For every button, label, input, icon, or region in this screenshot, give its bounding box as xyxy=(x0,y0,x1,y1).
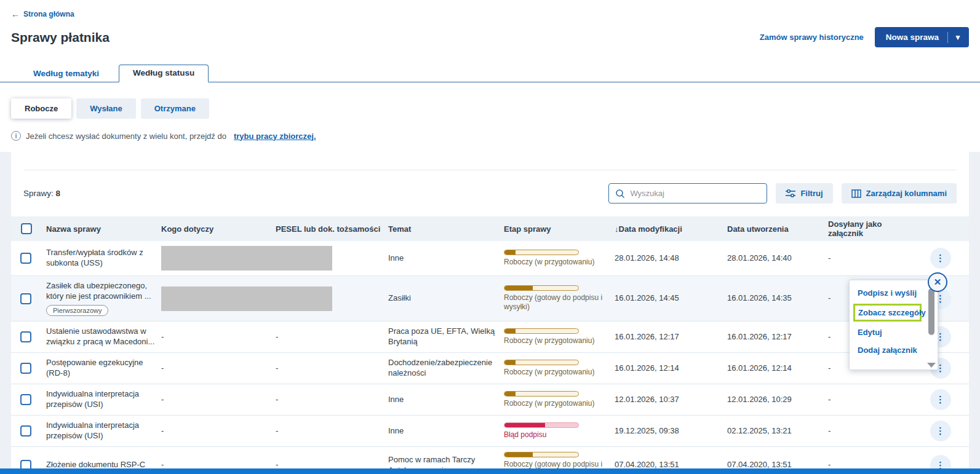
created-date: 12.01.2026, 10:29 xyxy=(727,390,828,410)
info-text: Jeżeli chcesz wysłać dokumenty z wielu k… xyxy=(26,132,226,141)
context-menu-item-0[interactable]: Podpisz i wyślij xyxy=(858,288,922,298)
scroll-down-arrow-icon[interactable] xyxy=(927,363,936,368)
bottom-scroll-bar[interactable] xyxy=(0,468,980,474)
card-top-divider xyxy=(23,152,957,170)
column-header-4[interactable]: Etap sprawy xyxy=(504,224,615,234)
column-header-5[interactable]: ↓Data modyfikacji xyxy=(615,224,727,234)
pesel-value: - xyxy=(276,332,278,341)
row-menu-button[interactable]: ⋮ xyxy=(930,248,951,269)
pesel-cell xyxy=(276,253,388,263)
kogo-dotyczy-value: - xyxy=(161,426,164,435)
context-menu-item-3[interactable]: Dodaj załącznik xyxy=(858,346,922,355)
status-filter-2[interactable]: Otrzymane xyxy=(141,98,209,119)
case-name: Zasiłek dla ubezpieczonego, który nie je… xyxy=(46,281,151,301)
kogo-dotyczy-cell: - xyxy=(161,390,276,410)
row-checkbox[interactable] xyxy=(20,253,31,264)
created-date: 16.01.2026, 14:35 xyxy=(727,288,828,309)
context-menu-item-2[interactable]: Edytuj xyxy=(858,328,922,337)
row-checkbox[interactable] xyxy=(20,293,31,304)
status-filter-0[interactable]: Robocze xyxy=(11,98,71,119)
search-input[interactable] xyxy=(630,189,760,198)
attachment-value: - xyxy=(828,390,918,410)
kogo-dotyczy-cell: - xyxy=(161,327,276,347)
context-menu-close-button[interactable]: ✕ xyxy=(928,272,947,292)
tab-1[interactable]: Według statusu xyxy=(119,65,209,82)
table-row[interactable]: Ustalenie ustawodawstwa w związku z prac… xyxy=(11,321,969,352)
case-name: Indywidualna interpretacja przepisów (US… xyxy=(46,421,139,440)
case-name: Złożenie dokumentu RSP-C xyxy=(46,460,145,469)
etap-label: Błąd podpisu xyxy=(504,430,608,440)
column-header-1[interactable]: Kogo dotyczy xyxy=(161,224,276,234)
chevron-down-icon[interactable]: ▼ xyxy=(948,33,969,42)
temat-cell: Dochodzenie/zabezpieczenie należności xyxy=(388,353,504,384)
column-header-3[interactable]: Temat xyxy=(388,224,504,234)
modified-date: 16.01.2026, 14:45 xyxy=(615,288,727,309)
new-case-button[interactable]: Nowa sprawa ▼ xyxy=(875,27,969,47)
attachment-value: - xyxy=(828,421,918,441)
breadcrumb[interactable]: ← Strona główna xyxy=(11,9,74,19)
back-arrow-icon: ← xyxy=(11,9,20,19)
attachment-value: - xyxy=(828,248,918,269)
page-title: Sprawy płatnika xyxy=(11,30,110,45)
manage-columns-label: Zarządzaj kolumnami xyxy=(866,189,947,198)
cases-count-value: 8 xyxy=(56,189,61,198)
table-row[interactable]: Indywidualna interpretacja przepisów (US… xyxy=(11,384,969,415)
etap-cell: Roboczy (w przygotowaniu) xyxy=(504,386,615,413)
temat-cell: Praca poza UE, EFTA, Wielką Brytanią xyxy=(388,322,504,352)
kogo-dotyczy-cell xyxy=(161,241,276,275)
progress-bar xyxy=(504,250,579,255)
select-all-checkbox[interactable] xyxy=(21,223,32,234)
progress-bar xyxy=(504,328,579,334)
pesel-value: - xyxy=(276,363,278,373)
tab-0[interactable]: Według tematyki xyxy=(23,66,109,82)
case-name-cell: Zasiłek dla ubezpieczonego, który nie je… xyxy=(46,276,161,321)
pesel-value: - xyxy=(276,395,278,404)
column-header-2[interactable]: PESEL lub dok. tożsamości xyxy=(276,224,388,234)
table-row[interactable]: Indywidualna interpretacja przepisów (US… xyxy=(11,415,969,446)
case-badge: Pierwszorazowy xyxy=(46,305,108,316)
table-row[interactable]: Zasiłek dla ubezpieczonego, który nie je… xyxy=(11,275,969,321)
progress-bar xyxy=(504,285,579,291)
column-header-7[interactable]: Dosyłany jako załącznik xyxy=(828,219,918,238)
row-menu-button[interactable]: ⋮ xyxy=(930,389,951,410)
etap-label: Roboczy (w przygotowaniu) xyxy=(504,258,608,267)
temat-cell: Inne xyxy=(388,421,504,441)
close-icon: ✕ xyxy=(934,277,942,288)
row-checkbox[interactable] xyxy=(20,425,31,436)
content-background: Sprawy: 8 Filtruj Zarządzaj kolumnami xyxy=(0,152,980,474)
table-body: Transfer/wypłata środków z subkonta (USS… xyxy=(11,241,969,473)
new-case-label: Nowa sprawa xyxy=(875,33,947,42)
etap-cell: Roboczy (w przygotowaniu) xyxy=(504,355,615,382)
scrollbar-thumb[interactable] xyxy=(928,288,934,335)
case-name-cell: Postępowanie egzekucyjne (RD-8) xyxy=(46,353,161,384)
etap-label: Roboczy (w przygotowaniu) xyxy=(504,399,608,408)
columns-icon xyxy=(851,189,861,198)
tabs: Według tematykiWedług statusu xyxy=(0,66,980,82)
table-row[interactable]: Transfer/wypłata środków z subkonta (USS… xyxy=(11,241,969,275)
etap-cell: Roboczy (gotowy do podpisu i wysyłki) xyxy=(504,280,615,317)
info-icon: i xyxy=(11,131,21,141)
bulk-mode-link[interactable]: trybu pracy zbiorczej. xyxy=(234,132,316,141)
case-name: Postępowanie egzekucyjne (RD-8) xyxy=(46,358,143,377)
row-context-menu: Podpisz i wyślijZobacz szczegółyEdytujDo… xyxy=(849,280,938,370)
context-menu-item-1[interactable]: Zobacz szczegóły xyxy=(853,304,922,322)
order-historic-cases-link[interactable]: Zamów sprawy historyczne xyxy=(760,33,864,42)
column-header-0[interactable]: Nazwa sprawy xyxy=(46,224,161,234)
column-header-6[interactable]: Data utworzenia xyxy=(727,224,828,234)
row-checkbox[interactable] xyxy=(20,331,31,342)
table-row[interactable]: Postępowanie egzekucyjne (RD-8) - - Doch… xyxy=(11,352,969,384)
kogo-dotyczy-value: - xyxy=(161,332,164,341)
progress-bar xyxy=(504,452,579,457)
kogo-dotyczy-value: - xyxy=(161,395,164,404)
context-menu-scrollbar xyxy=(928,288,934,360)
case-name-cell: Ustalenie ustawodawstwa w związku z prac… xyxy=(46,322,161,352)
manage-columns-button[interactable]: Zarządzaj kolumnami xyxy=(842,183,957,203)
created-date: 16.01.2026, 12:17 xyxy=(727,327,828,347)
filter-button[interactable]: Filtruj xyxy=(776,183,832,203)
status-filters: RoboczeWysłaneOtrzymane xyxy=(0,98,980,119)
row-checkbox[interactable] xyxy=(20,394,31,405)
status-filter-1[interactable]: Wysłane xyxy=(76,98,136,119)
row-checkbox[interactable] xyxy=(20,363,31,374)
progress-bar xyxy=(504,360,579,365)
row-menu-button[interactable]: ⋮ xyxy=(930,421,951,441)
